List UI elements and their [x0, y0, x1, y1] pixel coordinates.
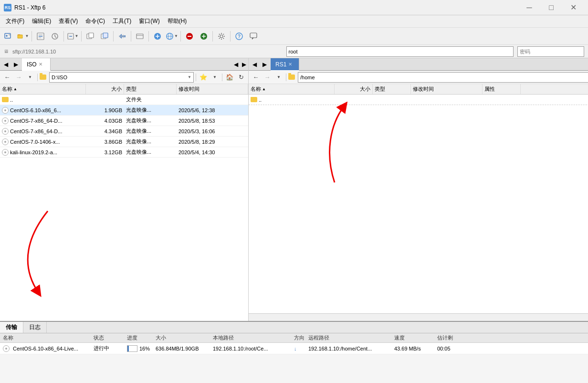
transfer-file-icon [3, 345, 10, 352]
left-col-name[interactable]: 名称▲ [0, 84, 86, 94]
username-input[interactable] [286, 46, 514, 57]
left-dropdown2-button[interactable]: ▼ [210, 72, 220, 83]
left-tab-close[interactable]: ✕ [39, 62, 42, 67]
iso-disk-icon-1 [2, 107, 9, 114]
right-col-type[interactable]: 类型 [373, 84, 411, 94]
left-row-0[interactable]: .. 文件夹 [0, 95, 248, 105]
sftp-address-icon: 🖥 [4, 49, 9, 54]
progress-fill [127, 346, 129, 351]
menu-tools[interactable]: 工具(T) [109, 16, 135, 26]
right-col-size[interactable]: 大小 [335, 84, 373, 94]
toolbar-btn-6[interactable] [84, 30, 97, 43]
left-tab-iso[interactable]: ISO ✕ [22, 58, 51, 71]
right-path-combo[interactable]: /home ▼ [298, 72, 588, 83]
left-dropdown-button[interactable]: ▼ [25, 72, 35, 83]
password-input[interactable] [517, 46, 584, 57]
toolbar-btn-5[interactable]: ▼ [66, 30, 79, 43]
toolbar-btn-help[interactable]: ? [232, 30, 246, 43]
toolbar-sep-6 [148, 31, 149, 42]
right-tab-nav-left[interactable]: ◀ [251, 58, 259, 70]
left-row-1[interactable]: CentOS-6.10-x86_6... 1.90GB 光盘映像... 2020… [0, 105, 248, 116]
open-dropdown-button[interactable]: ▼ [16, 30, 30, 43]
right-tab-nav-right[interactable]: ▶ [261, 58, 269, 70]
toolbar-btn-10[interactable] [151, 30, 164, 43]
svg-text:?: ? [238, 34, 241, 39]
left-tab-nav-right[interactable]: ▶ [12, 58, 20, 70]
close-button[interactable]: ✕ [562, 0, 584, 15]
left-col-size[interactable]: 大小 [86, 84, 124, 94]
toolbar-sep-5 [131, 31, 131, 42]
transfer-col-remote: 远程路径 [305, 334, 391, 341]
globe-dropdown[interactable]: ▼ [165, 30, 178, 43]
transfer-status: 进行中 [91, 345, 124, 352]
menu-view[interactable]: 查看(V) [55, 16, 82, 26]
transfer-tab[interactable]: 传输 [0, 322, 23, 333]
menu-help[interactable]: 帮助(H) [164, 16, 191, 26]
left-path-combo[interactable]: D:\ISO ▼ [49, 72, 194, 83]
right-panel-sep-1 [286, 74, 286, 81]
panel-sep-3 [222, 74, 222, 81]
left-tab-nav-right2[interactable]: ◀ [232, 58, 240, 70]
left-col-type[interactable]: 类型 [124, 84, 177, 94]
left-row-5[interactable]: kali-linux-2019.2-a... 3.12GB 光盘映像... 20… [0, 147, 248, 158]
toolbar-btn-red[interactable] [183, 30, 196, 43]
progress-bar [127, 345, 137, 352]
main-content: ◀ ▶ ISO ✕ ◀ ▶ ← → ▼ D:\ISO ▼ ⭐ ▼ 🏠 [0, 58, 588, 321]
left-folder-icon [40, 74, 46, 80]
right-col-attr[interactable]: 属性 [483, 84, 521, 94]
left-forward-button[interactable]: → [13, 72, 24, 83]
log-tab[interactable]: 日志 [23, 322, 47, 333]
right-tab-close[interactable]: ✕ [288, 62, 292, 67]
menu-bar: 文件(F) 编辑(E) 查看(V) 命令(C) 工具(T) 窗口(W) 帮助(H… [0, 15, 588, 28]
right-horizontal-scrollbar[interactable] [249, 313, 588, 321]
toolbar-btn-9[interactable] [133, 30, 147, 43]
left-row-2[interactable]: CentOS-7-x86_64-D... 4.03GB 光盘映像... 2020… [0, 116, 248, 126]
left-refresh-button[interactable]: ↻ [236, 72, 246, 83]
transfer-col-status: 状态 [91, 334, 124, 341]
toolbar-btn-4[interactable] [48, 30, 62, 43]
transfer-local-path: 192.168.1.10:/root/Ce... [210, 346, 291, 351]
right-back-button[interactable]: ← [251, 72, 261, 83]
right-tab-rs1[interactable]: RS1 ✕ [271, 58, 299, 71]
toolbar-sep-1 [32, 31, 32, 42]
toolbar: ▼ ▼ ▼ ? [0, 28, 588, 45]
svg-point-32 [220, 35, 223, 38]
left-cell-type-4: 光盘映像... [124, 138, 177, 145]
menu-file[interactable]: 文件(F) [2, 16, 28, 26]
transfer-col-direction: 方向 [291, 334, 305, 341]
toolbar-btn-7[interactable] [98, 30, 111, 43]
minimize-button[interactable]: ─ [518, 0, 540, 15]
left-tab-nav-left[interactable]: ◀ [2, 58, 10, 70]
right-col-date[interactable]: 修改时间 [411, 84, 483, 94]
left-tab-nav-right3[interactable]: ▶ [240, 58, 248, 70]
left-row-4[interactable]: CentOS-7.0-1406-x... 3.86GB 光盘映像... 2020… [0, 137, 248, 147]
new-session-button[interactable] [2, 30, 15, 43]
transfer-col-local: 本地路径 [210, 334, 291, 341]
right-col-name[interactable]: 名称▲ [249, 84, 335, 94]
menu-window[interactable]: 窗口(W) [135, 16, 163, 26]
left-col-date[interactable]: 修改时间 [177, 84, 248, 94]
maximize-button[interactable]: □ [540, 0, 562, 15]
toolbar-btn-chat[interactable] [247, 30, 260, 43]
menu-command[interactable]: 命令(C) [82, 16, 109, 26]
right-tab-label: RS1 [275, 61, 286, 68]
right-dropdown-button[interactable]: ▼ [273, 72, 284, 83]
menu-edit[interactable]: 编辑(E) [28, 16, 55, 26]
transfer-size: 636.84MB/1.90GB [153, 346, 210, 351]
up-folder-icon-0 [2, 97, 9, 102]
left-row-3[interactable]: CentOS-7-x86_64-D... 4.34GB 光盘映像... 2020… [0, 126, 248, 137]
toolbar-btn-8[interactable] [116, 30, 129, 43]
right-row-0[interactable]: .. [249, 95, 588, 105]
left-back-button[interactable]: ← [2, 72, 12, 83]
toolbar-btn-3[interactable] [34, 30, 47, 43]
left-home-button[interactable]: 🏠 [224, 72, 235, 83]
transfer-row-0[interactable]: CentOS-6.10-x86_64-Live... 进行中 16% 636.8… [0, 343, 588, 354]
right-file-list: 名称▲ 大小 类型 修改时间 属性 .. [249, 84, 588, 313]
toolbar-btn-green[interactable] [197, 30, 210, 43]
right-forward-button[interactable]: → [262, 72, 273, 83]
toolbar-btn-gear[interactable] [215, 30, 228, 43]
left-bookmark-button[interactable]: ⭐ [198, 72, 209, 83]
left-cell-type-2: 光盘映像... [124, 117, 177, 124]
left-cell-name-3: CentOS-7-x86_64-D... [10, 128, 62, 134]
right-panel: ◀ ▶ RS1 ✕ ◀ ▶ ← → ▼ /home ▼ ⭐ ▼ 🏠 [249, 58, 588, 321]
